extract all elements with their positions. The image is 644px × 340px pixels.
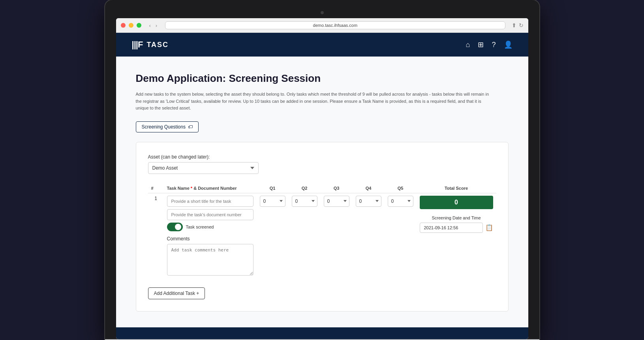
comments-section: Comments (167, 236, 253, 277)
asset-section: Asset (can be changed later): Demo Asset (148, 154, 496, 174)
q1-cell: 0 1 2 3 (257, 193, 289, 280)
toggle-slider (167, 223, 183, 231)
address-bar[interactable]: demo.tasc.ihfsaas.com (165, 21, 505, 29)
app-logo: |||F TASC (132, 40, 169, 50)
table-row: 1 (148, 193, 496, 280)
back-button[interactable]: ‹ (148, 22, 152, 29)
app-header: |||F TASC ⌂ ⊞ ? 👤 (116, 33, 528, 57)
task-inputs (167, 196, 253, 220)
help-icon[interactable]: ? (492, 41, 496, 49)
home-icon[interactable]: ⌂ (466, 41, 470, 49)
q2-cell: 0 1 2 3 (289, 193, 321, 280)
task-screened-label: Task screened (186, 225, 214, 229)
col-total-score: Total Score (417, 183, 496, 193)
screen-bezel: ‹ › demo.tasc.ihfsaas.com ⬆ ↻ |||F TASC (105, 0, 539, 339)
task-screened-toggle[interactable] (167, 223, 183, 231)
q3-cell: 0 1 2 3 (321, 193, 353, 280)
screening-questions-button[interactable]: Screening Questions 🏷 (136, 121, 199, 132)
col-number: # (148, 183, 164, 193)
asset-label: Asset (can be changed later): (148, 154, 496, 160)
refresh-icon[interactable]: ↻ (519, 22, 524, 28)
camera (321, 11, 324, 14)
task-details-cell: Task screened Comments (164, 193, 257, 280)
doc-number-input[interactable] (167, 209, 253, 220)
page-description: Add new tasks to the system below, selec… (136, 91, 491, 112)
share-icon[interactable]: ⬆ (512, 22, 516, 28)
screening-date-label: Screening Date and Time (420, 215, 493, 220)
row-number: 1 (148, 193, 164, 280)
col-task-name: Task Name * & Document Number (164, 183, 257, 193)
asset-select[interactable]: Demo Asset (148, 162, 259, 174)
comments-label: Comments (167, 236, 253, 242)
toggle-container: Task screened (167, 223, 253, 231)
q5-cell: 0 1 2 3 (385, 193, 417, 280)
q3-select[interactable]: 0 1 2 3 (324, 196, 349, 207)
q4-select[interactable]: 0 1 2 3 (356, 196, 381, 207)
screening-questions-label: Screening Questions (142, 124, 186, 130)
screening-date-input[interactable] (420, 223, 483, 233)
col-q5: Q5 (385, 183, 417, 193)
browser-chrome: ‹ › demo.tasc.ihfsaas.com ⬆ ↻ (116, 18, 528, 33)
app-nav-icons: ⌂ ⊞ ? 👤 (466, 40, 513, 49)
minimize-dot[interactable] (129, 23, 133, 28)
screening-date-input-wrap: 📋 (420, 223, 493, 233)
add-task-label: Add Additional Task + (154, 291, 199, 296)
task-name-input[interactable] (167, 196, 253, 207)
page-title: Demo Application: Screening Session (136, 72, 509, 85)
forward-button[interactable]: › (154, 22, 159, 29)
total-score-badge: 0 (420, 196, 493, 209)
q4-cell: 0 1 2 3 (353, 193, 385, 280)
main-content: Demo Application: Screening Session Add … (116, 57, 528, 327)
q1-select[interactable]: 0 1 2 3 (260, 196, 285, 207)
add-additional-task-button[interactable]: Add Additional Task + (148, 287, 205, 299)
logo-text: TASC (146, 41, 169, 49)
laptop-screen: ‹ › demo.tasc.ihfsaas.com ⬆ ↻ |||F TASC (116, 18, 528, 339)
calendar-icon[interactable]: 📋 (485, 224, 493, 231)
grid-icon[interactable]: ⊞ (478, 40, 484, 49)
comments-textarea[interactable] (167, 244, 253, 276)
form-card: Asset (can be changed later): Demo Asset… (136, 142, 509, 312)
screening-date-section: Screening Date and Time 📋 (420, 214, 493, 233)
col-q1: Q1 (257, 183, 289, 193)
q5-select[interactable]: 0 1 2 3 (388, 196, 413, 207)
maximize-dot[interactable] (137, 23, 141, 28)
laptop-shell: ‹ › demo.tasc.ihfsaas.com ⬆ ↻ |||F TASC (105, 0, 539, 340)
tag-icon: 🏷 (188, 124, 193, 130)
close-dot[interactable] (121, 23, 126, 28)
table-header-row: # Task Name * & Document Number Q1 Q2 Q3… (148, 183, 496, 193)
user-icon[interactable]: 👤 (504, 40, 513, 49)
q2-select[interactable]: 0 1 2 3 (292, 196, 317, 207)
total-score-cell: 0 Screening Date and Time 📋 (417, 193, 496, 280)
col-q2: Q2 (289, 183, 321, 193)
col-q4: Q4 (353, 183, 385, 193)
app-footer (116, 327, 528, 339)
col-q3: Q3 (321, 183, 353, 193)
tasks-table: # Task Name * & Document Number Q1 Q2 Q3… (148, 183, 496, 280)
logo-icon: |||F (132, 40, 143, 50)
